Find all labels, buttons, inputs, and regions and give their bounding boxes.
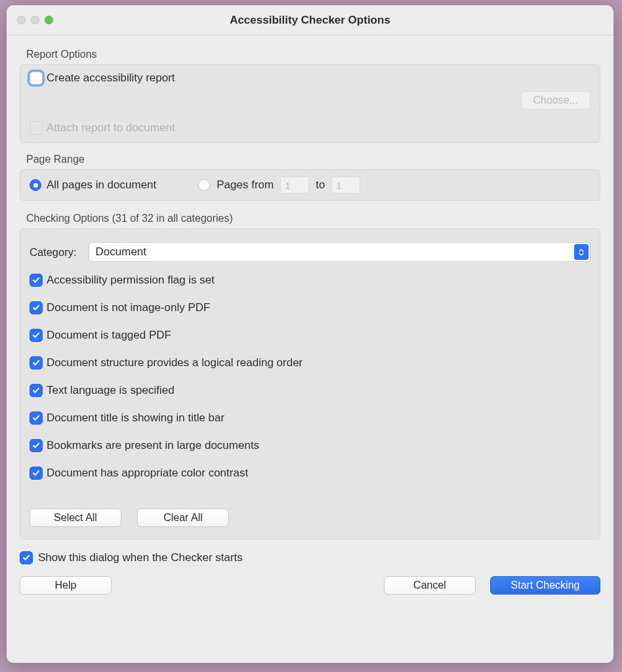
show-dialog-checkbox[interactable] [20, 551, 33, 564]
list-item: Bookmarks are present in large documents [30, 439, 591, 452]
show-dialog-label: Show this dialog when the Checker starts [38, 551, 243, 564]
report-section-label: Report Options [26, 49, 600, 60]
checking-list: Accessibility permission flag is set Doc… [30, 274, 591, 480]
page-range-section-label: Page Range [26, 154, 600, 165]
pages-from-label: Pages from [217, 178, 274, 192]
page-from-input[interactable] [280, 177, 309, 194]
pages-from-radio[interactable] [198, 179, 210, 191]
all-pages-radio[interactable] [30, 179, 41, 191]
list-item: Accessibility permission flag is set [30, 274, 591, 287]
titlebar: Accessibility Checker Options [7, 5, 613, 35]
attach-report-label: Attach report to document [47, 121, 175, 135]
dialog-title: Accessibility Checker Options [7, 14, 613, 27]
item-checkbox[interactable] [30, 329, 43, 342]
category-label: Category: [30, 246, 77, 259]
help-button[interactable]: Help [20, 576, 112, 595]
item-checkbox[interactable] [30, 274, 43, 287]
checking-group: Category: Document Accessibility permiss… [20, 228, 600, 539]
create-report-label: Create accessibility report [47, 72, 175, 85]
clear-all-button[interactable]: Clear All [137, 509, 229, 527]
chevron-up-down-icon [574, 244, 589, 260]
item-checkbox[interactable] [30, 301, 43, 314]
item-label: Document is tagged PDF [47, 329, 171, 342]
list-item: Document structure provides a logical re… [30, 356, 591, 369]
cancel-button[interactable]: Cancel [384, 576, 476, 595]
item-label: Bookmarks are present in large documents [47, 439, 259, 452]
start-checking-button[interactable]: Start Checking [490, 576, 600, 595]
item-label: Document structure provides a logical re… [47, 356, 302, 369]
item-checkbox[interactable] [30, 439, 43, 452]
attach-report-checkbox [30, 121, 43, 135]
list-item: Document has appropriate color contrast [30, 467, 591, 480]
pages-to-label: to [316, 178, 325, 192]
create-report-row: Create accessibility report [30, 72, 591, 85]
dialog-content: Report Options Create accessibility repo… [7, 35, 613, 663]
report-group: Create accessibility report Choose... At… [20, 64, 600, 143]
item-checkbox[interactable] [30, 467, 43, 480]
item-label: Document is not image-only PDF [47, 301, 210, 314]
page-to-input[interactable] [331, 177, 360, 194]
checking-section-label: Checking Options (31 of 32 in all catego… [26, 213, 600, 224]
choose-button: Choose... [521, 91, 591, 110]
item-checkbox[interactable] [30, 356, 43, 369]
item-label: Document title is showing in title bar [47, 411, 224, 425]
item-label: Document has appropriate color contrast [47, 467, 248, 480]
select-all-button[interactable]: Select All [30, 509, 121, 527]
list-item: Text language is specified [30, 384, 591, 397]
dialog-window: Accessibility Checker Options Report Opt… [7, 5, 613, 663]
item-label: Accessibility permission flag is set [47, 274, 215, 287]
page-range-group: All pages in document Pages from to [20, 169, 600, 201]
list-item: Document title is showing in title bar [30, 411, 591, 425]
list-item: Document is tagged PDF [30, 329, 591, 342]
item-checkbox[interactable] [30, 384, 43, 397]
category-select[interactable]: Document [89, 242, 591, 262]
item-label: Text language is specified [47, 384, 175, 397]
create-report-checkbox[interactable] [30, 72, 43, 85]
all-pages-label: All pages in document [47, 178, 156, 192]
category-value: Document [96, 245, 146, 259]
list-item: Document is not image-only PDF [30, 301, 591, 314]
item-checkbox[interactable] [30, 411, 43, 425]
attach-report-row: Attach report to document [30, 121, 591, 135]
